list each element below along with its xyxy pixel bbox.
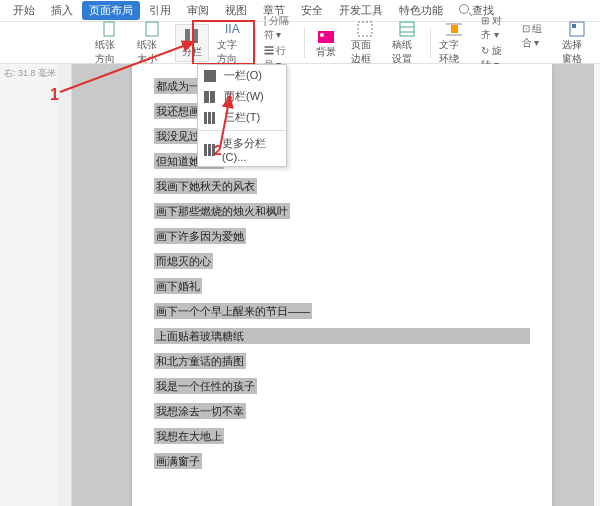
paragraph[interactable]: 画满窗子 [154,453,202,469]
paragraph[interactable]: 而熄灭的心 [154,253,213,269]
separator [255,28,256,58]
text-direction-button[interactable]: IIA 文字方向 [213,18,251,68]
draft-paper-button[interactable]: 稿纸设置 [388,18,426,68]
tab-4[interactable]: 审阅 [180,1,216,20]
columns-dropdown: 一栏(O) 两栏(W) 三栏(T) 更多分栏(C)... [197,64,287,167]
dropdown-more-columns[interactable]: 更多分栏(C)... [198,133,286,166]
page[interactable]: 都成为一朵小花我还想画下未来我没见过她，也不可能但知道她很美我画下她秋天的风衣画… [132,64,552,506]
separator [304,28,305,58]
breaks-button[interactable]: ¦ 分隔符 ▾ [264,14,296,42]
annotation-2: 2 [214,142,222,158]
columns-button[interactable]: 分栏 [175,24,209,62]
paper-size-icon [143,20,161,38]
paragraph[interactable]: 我想在大地上 [154,428,224,444]
one-column-icon [204,70,218,82]
background-button[interactable]: 背景 [309,25,343,61]
paragraph[interactable]: 和北方童话的插图 [154,353,246,369]
paragraph[interactable]: 画下许多因为爱她 [154,228,246,244]
svg-rect-15 [572,24,576,28]
group-button[interactable]: ⊡ 组合 ▾ [522,22,551,50]
paper-size-button[interactable]: 纸张大小 [133,18,171,68]
svg-text:IIA: IIA [225,22,240,36]
paragraph[interactable]: 我想涂去一切不幸 [154,403,246,419]
ribbon: 纸张方向 纸张大小 分栏 IIA 文字方向 ¦ 分隔符 ▾ ☰ 行号 ▾ 背景 … [0,22,600,64]
svg-rect-5 [318,31,334,43]
background-icon [317,27,335,45]
three-columns-icon [204,112,218,124]
svg-rect-8 [400,22,414,36]
paragraph[interactable]: 画下婚礼 [154,278,202,294]
dropdown-separator [198,130,286,131]
draft-paper-icon [398,20,416,38]
text-direction-icon: IIA [223,20,241,38]
paragraph[interactable]: 画下一个个早上醒来的节日—— [154,303,312,319]
margin-right: 右: 31.8 毫米 [4,66,56,80]
align-button[interactable]: ⊞ 对齐 ▾ [481,14,510,42]
svg-rect-11 [451,25,458,33]
paragraph[interactable]: 上面贴着玻璃糖纸 [154,328,530,344]
dropdown-two-columns[interactable]: 两栏(W) [198,86,286,107]
page-border-button[interactable]: 页面边框 [347,18,385,68]
page-border-icon [356,20,374,38]
paragraph[interactable]: 画下那些燃烧的烛火和枫叶 [154,203,290,219]
two-columns-icon [204,91,218,103]
selection-pane-button[interactable]: 选择窗格 [558,18,596,68]
annotation-1: 1 [50,86,59,104]
svg-rect-0 [104,22,114,36]
dropdown-one-column[interactable]: 一栏(O) [198,65,286,86]
text-wrap-button[interactable]: 文字环绕 [435,18,473,68]
svg-rect-3 [193,29,198,43]
text-wrap-icon [445,20,463,38]
tab-0[interactable]: 开始 [6,1,42,20]
paper-direction-icon [101,20,119,38]
svg-rect-7 [358,22,372,36]
vertical-ruler [58,64,72,506]
svg-point-6 [320,33,324,37]
tab-1[interactable]: 插入 [44,1,80,20]
separator [430,28,431,58]
columns-icon [183,27,201,45]
arrange-group2: ⊡ 组合 ▾ [518,20,555,66]
dropdown-three-columns[interactable]: 三栏(T) [198,107,286,128]
document-area: 都成为一朵小花我还想画下未来我没见过她，也不可能但知道她很美我画下她秋天的风衣画… [72,64,594,506]
paragraph[interactable]: 我画下她秋天的风衣 [154,178,257,194]
selection-pane-icon [568,20,586,38]
search-icon [459,4,469,14]
paragraph[interactable]: 我是一个任性的孩子 [154,378,257,394]
svg-rect-1 [146,22,158,36]
paper-direction-button[interactable]: 纸张方向 [91,18,129,68]
svg-rect-2 [185,29,190,43]
